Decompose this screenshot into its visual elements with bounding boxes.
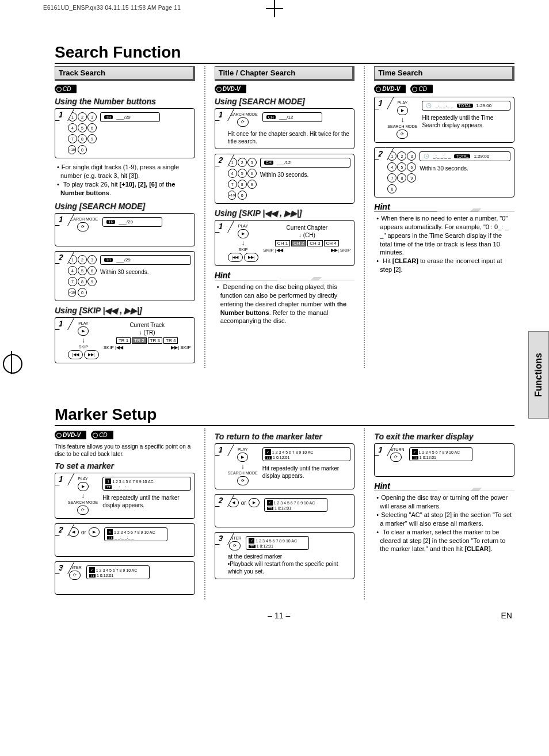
skip-next-icon: ▶▶| (84, 350, 99, 359)
key-6: 6 (87, 123, 97, 132)
ch-step1: 1 SEARCH MODE ⟳ CH ___/12 Hit once for t… (215, 108, 355, 149)
tt-tag: TT (412, 456, 418, 459)
ch-skip-step1: 1 PLAY ▶ ↓ SKIP |◀◀ ▶▶| (215, 220, 355, 266)
mv: 1 0:12:01 (97, 573, 113, 578)
mv: 1 0:12:01 (257, 544, 273, 548)
skip-prev-icon: |◀◀ (68, 350, 83, 359)
step-number: 1 (215, 443, 227, 456)
slots: 1 2 3 4 5 6 7 8 9 10 AC (96, 568, 138, 572)
slot: 1 (105, 478, 111, 484)
number-keypad: 123 456 789 +100 (68, 112, 96, 154)
step-number: 1 (215, 220, 227, 233)
k: 7 (387, 173, 396, 183)
label-skip: SKIP (79, 345, 88, 349)
track-searchmode-step2: 2 123 456 789 +100 TR ___/29 Within 30 s… (55, 251, 195, 301)
step-number: 2 (374, 147, 387, 160)
set-marker-step1: 1 PLAY ▶ ↓ SEARCH MODE ⟳ (55, 473, 195, 519)
divider (364, 428, 365, 599)
marker-display2: ✓1 2 3 4 5 6 7 8 9 10 AC TT 1 0:12:01 (264, 498, 327, 512)
return-step1-note: Hit repeatedly until the marker display … (262, 465, 351, 480)
key-2: 2 (78, 112, 87, 121)
head-title-chapter: Title / Chapter Search (215, 66, 355, 81)
number-keypad: 123 456 789 +100 (68, 255, 96, 297)
t: of (157, 181, 166, 188)
check-icon: ✓ (249, 538, 254, 544)
ch-step2: 2 123 456 789 +100 CH ___/12 Within 30 s… (215, 154, 355, 204)
key-3: 3 (87, 112, 97, 121)
arrow-down-icon: ↓ (401, 116, 404, 123)
key-0: 0 (78, 145, 87, 154)
section-title-marker: Marker Setup (55, 405, 514, 426)
tr3: TR 3 (148, 337, 162, 344)
set-marker-step2: 2 ◀ or ▶ 11 2 3 4 5 6 7 8 9 10 AC TT _ _… (55, 523, 195, 557)
right-icon: ▶ (89, 527, 100, 537)
k: 4 (228, 169, 237, 178)
value-ch12: ___/12 (279, 115, 293, 120)
k: 3 (87, 255, 97, 264)
label-play: PLAY (238, 447, 247, 451)
set-marker-step3: 3 ENTER ⟳ ✓1 2 3 4 5 6 7 8 9 10 AC TT 1 … (55, 561, 195, 595)
slots: 1 2 3 4 5 6 7 8 9 10 AC (419, 450, 460, 454)
hint-marker-3: To clear a marker, select the marker to … (374, 528, 514, 554)
badge-cd: CD (55, 85, 77, 93)
number-keypad: 123 456 789 0 (387, 151, 415, 193)
or-label: or (81, 529, 86, 536)
tag-tr: TR (104, 115, 113, 119)
label-play: PLAY (78, 477, 87, 481)
key-7: 7 (68, 134, 77, 143)
label-search-mode: SEARCH MODE (68, 217, 98, 221)
hints-time: When there is no need to enter a number,… (374, 214, 514, 274)
current-track-label: Current Track (104, 321, 191, 329)
skip-next-label: ▶▶| SKIP (171, 345, 191, 350)
slots: 1 2 3 4 5 6 7 8 9 10 AC (272, 450, 314, 454)
btn-skip: SKIP |◀◀ ▶▶| (68, 345, 99, 359)
col-track-search: Track Search CD Using the Number buttons… (55, 66, 195, 368)
step-number: 2 (55, 523, 67, 536)
tag-ch: CH (264, 161, 273, 165)
ch4: CH 4 (324, 240, 339, 246)
mv: 1 0:12:01 (420, 455, 436, 459)
sub-exit-marker: To exit the marker display (374, 432, 514, 441)
k: 8 (397, 173, 406, 183)
slots: 1 2 3 4 5 6 7 8 9 10 AC (274, 501, 315, 505)
display-tr29: TR ___/29 (100, 112, 160, 122)
label-skip: SKIP (239, 248, 248, 252)
step-number: 1 (55, 473, 67, 485)
tr1: TR 1 (116, 337, 131, 344)
current-track-abbr: ↓ (TR) (104, 329, 191, 336)
k: 6 (87, 266, 97, 275)
exit-marker-step1: 1 RETURN ⟳ ✓1 2 3 4 5 6 7 8 9 10 AC TT 1… (374, 443, 514, 477)
col-return-marker: To return to the marker later 1 PLAY ▶ ↓… (215, 428, 355, 599)
page-number: – 11 – (268, 611, 290, 620)
btn-play: PLAY ▶ (238, 224, 249, 238)
btn-search-mode: SEARCH MODE ⟳ (68, 500, 98, 515)
within-30-ch: Within 30 seconds. (260, 171, 351, 178)
hint-head-time: Hint (374, 202, 514, 212)
play-icon: ▶ (397, 106, 408, 115)
badge-cd: CD (91, 431, 113, 439)
tt-tag: TT (249, 545, 255, 548)
total-tag: TOTAL (454, 154, 470, 158)
t: To play track 26, hit (63, 181, 120, 188)
badges-track: CD (55, 85, 195, 93)
k: 9 (87, 277, 97, 286)
btn-play: PLAY ▶ (237, 447, 248, 462)
tt-tag: TT (89, 574, 96, 578)
hints-marker: Opening the disc tray or turning off the… (374, 493, 514, 553)
k: 9 (407, 173, 416, 183)
display-ch12: CH ___/12 (262, 112, 322, 122)
sub-return-marker: To return to the marker later (215, 432, 355, 441)
arrow-down-icon: ↓ (81, 492, 85, 499)
divider (204, 66, 205, 368)
badge-dvd: DVD-V (55, 431, 86, 439)
total-time: 1:29:00 (474, 154, 489, 159)
chapter-list: CH 1 CH 2 CH 3 CH 4 (263, 240, 350, 246)
play-icon: ▶ (78, 482, 89, 491)
search-columns: Track Search CD Using the Number buttons… (55, 66, 514, 368)
step-number: 1 (55, 317, 67, 330)
current-ch-label: Current Chapter (263, 224, 350, 231)
track-number-notes: For single digit tracks (1-9), press a s… (55, 163, 195, 197)
marker-columns: DVD-V CD This feature allows you to assi… (55, 428, 514, 599)
value-ch12: ___/12 (277, 160, 291, 165)
k: 0 (387, 184, 396, 193)
